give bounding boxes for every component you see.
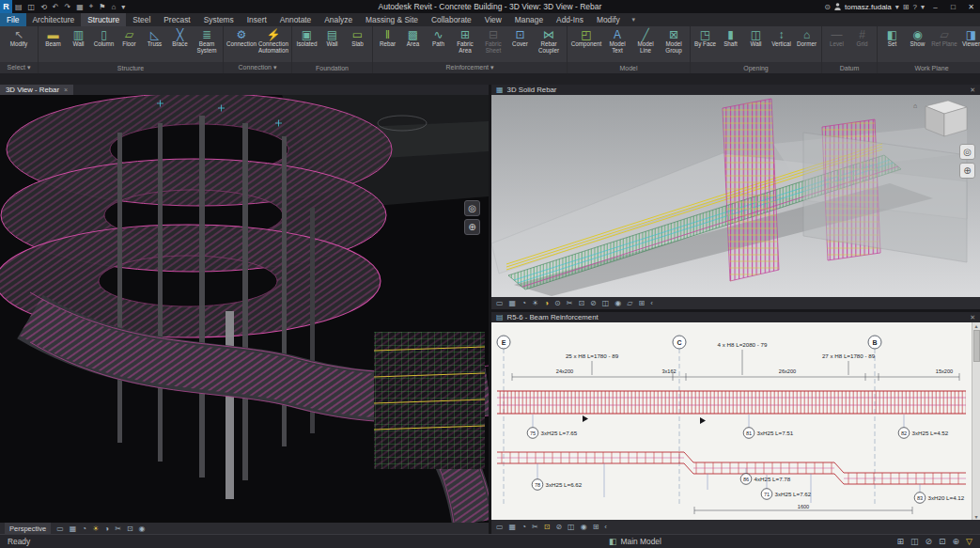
spacing-note[interactable]: 15x200 [936, 368, 953, 374]
ribbon-tool-fabric-sheet[interactable]: ⊟Fabric Sheet [479, 27, 507, 62]
ribbon-tool-ref-plane[interactable]: ▱Ref Plane [930, 27, 958, 62]
ribbon-tool-model-line[interactable]: ╱Model Line [631, 27, 660, 62]
crop-icon[interactable]: ✂ [532, 523, 538, 531]
revit-logo-icon[interactable]: R [0, 0, 12, 13]
sun-icon[interactable]: ☀ [532, 299, 538, 307]
ribbon-tool-level[interactable]: —Level [824, 27, 849, 62]
panel-label-reinforcement[interactable]: Reinforcement ▾ [373, 62, 567, 73]
vertical-scrollbar[interactable]: ▴ ▾ [972, 322, 980, 520]
lock-view-icon[interactable]: ⊘ [555, 523, 562, 531]
measure-icon[interactable]: ⌖ [86, 2, 97, 11]
drag-on-selection-icon[interactable]: ⊕ [953, 537, 960, 546]
panel-label-connection[interactable]: Connection ▾ [224, 62, 291, 73]
collapse-icon[interactable]: ‹ [604, 523, 607, 531]
scroll-down-icon[interactable]: ▾ [974, 513, 977, 520]
ribbon-tool-cover[interactable]: ⊡Cover [507, 27, 533, 62]
detail-level-icon[interactable]: ▦ [509, 299, 517, 307]
show-crop-icon[interactable]: ⊡ [544, 523, 551, 531]
ribbon-tool-isolated[interactable]: ▣Isolated [294, 27, 319, 62]
select-underlay-icon[interactable]: ◫ [910, 537, 919, 546]
ribbon-tool-vertical-opening[interactable]: ↕Vertical [769, 27, 794, 62]
ribbon-tool-beam-system[interactable]: ≣Beam System [193, 27, 221, 62]
show-crop-icon[interactable]: ⊡ [578, 299, 584, 307]
constraints-icon[interactable]: ⊞ [593, 523, 599, 531]
ribbon-tool-viewer[interactable]: ◨Viewer [958, 27, 980, 62]
search-icon[interactable]: ⊙ [824, 3, 831, 11]
ribbon-tool-fabric-area[interactable]: ⊞Fabric Area [451, 27, 479, 62]
visual-style-icon[interactable]: ◔ [82, 525, 86, 533]
rebar-note[interactable]: 25 x H8 L=1780 - 89 [566, 352, 619, 359]
tab-structure[interactable]: Structure [81, 13, 126, 26]
tab-annotate[interactable]: Annotate [273, 13, 319, 26]
grid-bubble[interactable]: C [673, 336, 686, 349]
scale-icon[interactable]: ▭ [56, 525, 64, 533]
save-icon[interactable]: ◫ [25, 3, 39, 11]
username[interactable]: tomasz.fudala [845, 3, 892, 11]
reveal-hidden-icon[interactable]: ◉ [139, 525, 146, 533]
scrollbar-thumb[interactable] [973, 330, 980, 362]
ribbon-tool-column[interactable]: ▯Column [91, 27, 117, 62]
collapse-icon[interactable]: ‹ [650, 299, 653, 307]
tab-collaborate[interactable]: Collaborate [425, 13, 478, 26]
ribbon-tool-rebar[interactable]: ‖Rebar [375, 27, 400, 62]
spacing-note[interactable]: 3x162 [661, 368, 676, 374]
user-caret-icon[interactable]: ▾ [895, 3, 899, 11]
ribbon-tool-wall-foundation[interactable]: ▤Wall [319, 27, 345, 62]
grid-bubble[interactable]: E [497, 336, 510, 349]
ribbon-tool-beam[interactable]: ▬Beam [40, 27, 66, 62]
spacing-note[interactable]: 24x200 [556, 368, 573, 374]
constraints-icon[interactable]: ⊞ [639, 299, 646, 307]
navigation-wheel-icon[interactable]: ◎ [464, 200, 480, 216]
main-model-label[interactable]: Main Model [621, 537, 661, 546]
scale-icon[interactable]: ▭ [496, 523, 504, 531]
visual-style-icon[interactable]: ◔ [521, 523, 526, 531]
ribbon-tool-rebar-coupler[interactable]: ⋈Rebar Coupler [533, 27, 565, 62]
spacing-note[interactable]: 26x200 [779, 368, 796, 374]
help-button[interactable]: ? [913, 3, 917, 11]
customize-qat-icon[interactable]: ▾ [118, 3, 128, 11]
app-store-icon[interactable]: ⊞ [903, 3, 910, 11]
design-options-icon[interactable]: ◧ [609, 537, 617, 546]
beam-drawing-canvas[interactable]: E C B 25 x H8 L=1780 - 89 4 x H8 L=2080 … [491, 322, 980, 520]
shadows-icon[interactable]: ◑ [104, 525, 109, 533]
ribbon-tool-connection[interactable]: ⚙Connection [226, 27, 257, 62]
ribbon-tool-wall[interactable]: ▥Wall [66, 27, 91, 62]
ribbon-tool-brace[interactable]: ╳Brace [167, 27, 193, 62]
zoom-icon[interactable]: ⊕ [959, 163, 975, 179]
undo-icon[interactable]: ↶ [50, 3, 62, 11]
bottom-view-titlebar[interactable]: ▤ R5-6 - Beam Reinforcement ✕ [491, 312, 980, 322]
close-view-icon[interactable]: ✕ [970, 86, 975, 94]
tab-manage[interactable]: Manage [508, 13, 550, 26]
scale-icon[interactable]: ▭ [496, 299, 504, 307]
ribbon-tool-path-reinforcement[interactable]: ∿Path [426, 27, 451, 62]
perspective-3d-canvas[interactable] [0, 95, 489, 523]
ribbon-tool-modify[interactable]: ↖Modify [2, 27, 36, 62]
redo-icon[interactable]: ↷ [62, 3, 74, 11]
close-button[interactable]: ✕ [964, 3, 978, 11]
reveal-hidden-icon[interactable]: ◉ [614, 299, 621, 307]
solid-rebar-canvas[interactable]: ⌂ [491, 95, 980, 297]
close-view-icon[interactable]: × [64, 86, 68, 93]
tab-addins[interactable]: Add-Ins [550, 13, 590, 26]
ribbon-tool-model-group[interactable]: ⊠Model Group [660, 27, 688, 62]
print-icon[interactable]: ▦ [73, 3, 86, 11]
tab-modify[interactable]: Modify [590, 13, 627, 26]
analytical-model-icon[interactable]: ▱ [627, 299, 632, 307]
tab-steel[interactable]: Steel [126, 13, 157, 26]
ribbon-tool-shaft[interactable]: ▮Shaft [718, 27, 743, 62]
ribbon-tool-wall-opening[interactable]: ◫Wall [743, 27, 769, 62]
rebar-note[interactable]: 27 x H8 L=1780 - 89 [822, 352, 876, 359]
ribbon-tool-area-reinforcement[interactable]: ▩Area [400, 27, 426, 62]
panel-label-select[interactable]: Select ▾ [0, 62, 38, 73]
minimize-button[interactable]: – [928, 3, 942, 11]
top-view-titlebar[interactable]: ▦ 3D Solid Rebar ✕ [491, 85, 980, 95]
viewcube-home-icon[interactable]: ⌂ [913, 102, 917, 109]
tab-systems[interactable]: Systems [197, 13, 241, 26]
tab-architecture[interactable]: Architecture [26, 13, 82, 26]
ribbon-tool-component[interactable]: ◰Component [569, 27, 603, 62]
ribbon-tool-dormer[interactable]: ⌂Dormer [794, 27, 819, 62]
shadows-icon[interactable]: ◑ [544, 299, 549, 307]
sun-icon[interactable]: ☀ [92, 525, 99, 533]
ribbon-tool-by-face[interactable]: ◳By Face [692, 27, 718, 62]
ribbon-display-toggle-icon[interactable]: ▾ [632, 13, 636, 26]
